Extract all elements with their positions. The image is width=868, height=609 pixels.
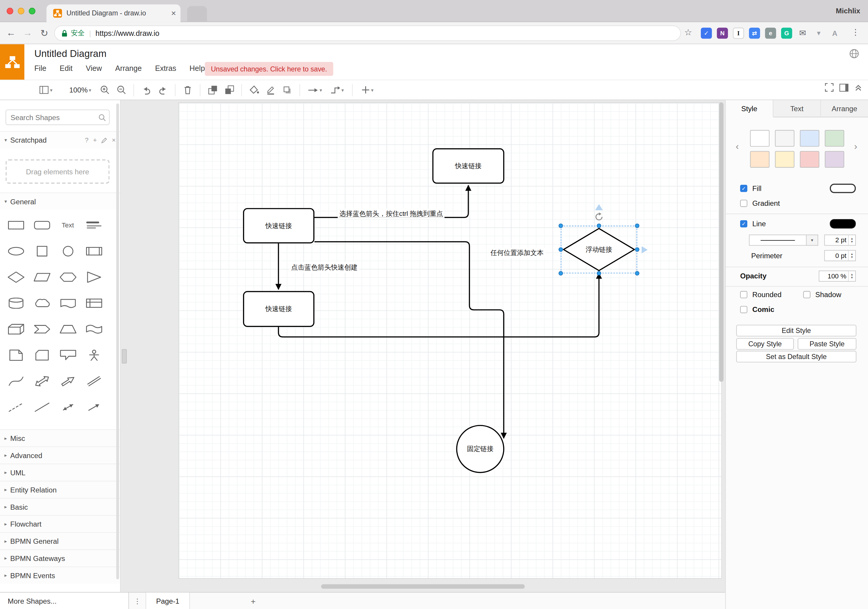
shape-triangle[interactable] [81, 264, 107, 290]
menu-view[interactable]: View [86, 64, 102, 72]
shape-arrow[interactable] [55, 368, 81, 394]
style-swatch-gray[interactable] [775, 130, 794, 147]
to-back-button[interactable] [221, 83, 238, 97]
shape-process[interactable] [81, 238, 107, 264]
line-color-button[interactable] [262, 83, 279, 97]
shape-rounded-rectangle[interactable] [29, 212, 55, 238]
url-text[interactable]: https://www.draw.io [96, 29, 160, 37]
rotate-handle-icon[interactable] [595, 213, 603, 221]
connection-style-button[interactable]: ▾ [304, 83, 326, 97]
tab-arrange[interactable]: Arrange [821, 100, 868, 117]
fullscreen-icon[interactable] [825, 83, 834, 92]
zoom-in-button[interactable] [96, 83, 113, 97]
scratchpad-add-icon[interactable]: + [93, 136, 97, 144]
canvas-vertical-scrollbar[interactable] [719, 102, 724, 382]
back-button[interactable]: ← [5, 27, 18, 40]
extension-icon-6[interactable]: G [781, 28, 792, 39]
style-swatch-purple[interactable] [825, 151, 844, 167]
shadow-checkbox[interactable] [803, 291, 810, 298]
sidebar-section-misc[interactable]: ▸Misc [0, 429, 120, 447]
connect-arrow-right[interactable] [642, 246, 648, 253]
tab-close-icon[interactable]: × [171, 9, 176, 17]
line-color-preview[interactable] [830, 219, 856, 229]
node-fixed-link-circle[interactable]: 固定链接 [456, 425, 504, 473]
unsaved-changes-alert[interactable]: Unsaved changes. Click here to save. [205, 62, 333, 76]
shape-bidirectional-connector[interactable] [55, 394, 81, 420]
window-close-button[interactable] [6, 8, 13, 14]
style-swatch-white[interactable] [750, 130, 769, 147]
extension-icon-5[interactable]: e [765, 28, 776, 39]
selection-handle-w[interactable] [559, 247, 563, 252]
shape-hexagon[interactable] [55, 264, 81, 290]
node-quick-link-lower[interactable]: 快速链接 [243, 291, 315, 327]
url-bar[interactable]: 安全 | https://www.draw.io [54, 25, 681, 41]
waypoint-style-button[interactable]: ▾ [326, 83, 348, 97]
more-shapes-button[interactable]: More Shapes... [0, 592, 129, 609]
window-minimize-button[interactable] [18, 8, 24, 14]
extension-icon-2[interactable]: N [717, 28, 728, 39]
scratchpad-close-icon[interactable]: × [112, 136, 116, 144]
sidebar-section-advanced[interactable]: ▸Advanced [0, 447, 120, 464]
menu-arrange[interactable]: Arrange [115, 64, 142, 72]
shape-parallelogram[interactable] [29, 264, 55, 290]
extension-icon-8[interactable]: ▼ [813, 28, 824, 39]
menu-file[interactable]: File [34, 64, 46, 72]
sidebar-section-uml[interactable]: ▸UML [0, 464, 120, 481]
selection-handle-s[interactable] [597, 271, 601, 275]
annotation-anywhere-text[interactable]: 任何位置添加文本 [489, 248, 545, 258]
fill-color-button[interactable] [246, 83, 262, 97]
node-quick-link-top[interactable]: 快速链接 [432, 148, 504, 184]
shape-actor[interactable] [81, 342, 107, 368]
undo-button[interactable] [138, 83, 155, 97]
shape-callout[interactable] [55, 342, 81, 368]
bookmark-star-icon[interactable]: ☆ [684, 27, 692, 37]
line-width-spinner[interactable]: 2 pt ▴▾ [825, 235, 856, 246]
document-title[interactable]: Untitled Diagram [34, 48, 107, 60]
shape-note[interactable] [3, 342, 29, 368]
shape-line[interactable] [29, 394, 55, 420]
shape-cube[interactable] [3, 316, 29, 342]
shape-step[interactable] [29, 316, 55, 342]
delete-button[interactable] [180, 83, 196, 97]
sidebar-section-flowchart[interactable]: ▸Flowchart [0, 515, 120, 532]
shape-trapezoid[interactable] [55, 316, 81, 342]
zoom-out-button[interactable] [113, 83, 130, 97]
collapse-toolbar-icon[interactable] [854, 83, 862, 91]
style-swatch-green[interactable] [825, 130, 844, 147]
insert-button[interactable]: ▾ [356, 83, 379, 97]
shape-tape[interactable] [81, 316, 107, 342]
zoom-dropdown[interactable]: 100% ▾ [64, 83, 96, 97]
reload-button[interactable]: ↻ [38, 27, 51, 40]
general-section-header[interactable]: ▾ General [0, 192, 120, 210]
shape-dashed-line[interactable] [3, 394, 29, 420]
tab-style[interactable]: Style [725, 100, 773, 117]
scratchpad-header[interactable]: ▾ Scratchpad ? + × [0, 131, 120, 148]
selection-handle-sw[interactable] [559, 271, 563, 275]
canvas-horizontal-scrollbar[interactable] [321, 584, 525, 589]
shape-circle[interactable] [55, 238, 81, 264]
shape-directional-connector[interactable] [81, 394, 107, 420]
fill-checkbox[interactable]: ✓ [740, 185, 747, 192]
shape-text[interactable]: Text [55, 212, 81, 238]
opacity-spinner[interactable]: 100 % ▴▾ [819, 271, 856, 282]
scratchpad-edit-icon[interactable] [101, 137, 107, 143]
shape-rectangle[interactable] [3, 212, 29, 238]
window-zoom-button[interactable] [29, 8, 35, 14]
search-input[interactable] [10, 113, 99, 122]
selection-handle-e[interactable] [635, 247, 639, 252]
sidebar-scrollbar[interactable] [116, 104, 119, 580]
profile-name[interactable]: Michlix [836, 6, 860, 15]
shape-bidirectional-arrow[interactable] [29, 368, 55, 394]
extension-icon-3[interactable]: I [733, 28, 744, 39]
edit-style-button[interactable]: Edit Style [736, 325, 856, 336]
redo-button[interactable] [155, 83, 171, 97]
menu-extras[interactable]: Extras [155, 64, 176, 72]
shape-search[interactable] [6, 110, 110, 125]
gradient-checkbox[interactable] [740, 200, 747, 207]
shape-cylinder[interactable] [3, 290, 29, 316]
pages-menu-icon[interactable]: ⋮ [129, 597, 146, 605]
selection-handle-n[interactable] [597, 224, 601, 228]
shape-card[interactable] [29, 342, 55, 368]
set-default-style-button[interactable]: Set as Default Style [736, 351, 856, 362]
node-quick-link-left[interactable]: 快速链接 [243, 208, 315, 243]
